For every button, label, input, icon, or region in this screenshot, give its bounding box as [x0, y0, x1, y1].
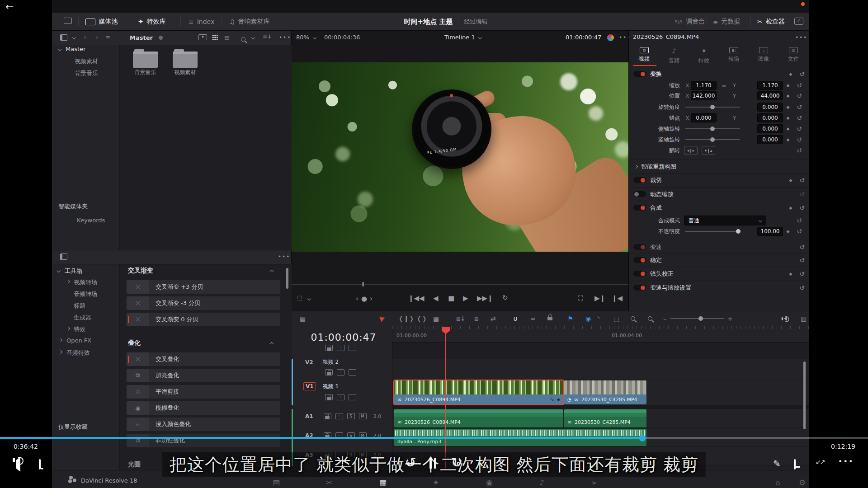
play-from-start-icon[interactable]: ❙◀ — [612, 294, 623, 302]
play-reverse-button[interactable]: ◀ — [433, 294, 439, 302]
track-header-v1[interactable]: V1 视频 1 — [303, 382, 339, 390]
tab-audio[interactable]: ♪音频 — [660, 45, 688, 65]
playhead-line[interactable] — [445, 328, 446, 469]
play-to-end-icon[interactable]: ▶❙ — [594, 294, 605, 302]
pitch-slider[interactable] — [685, 128, 740, 129]
keyframe-diamond-icon[interactable]: ◆ — [783, 116, 793, 120]
video-preview[interactable]: FE 1.4/50 GM — [292, 62, 628, 252]
tab-transition[interactable]: ◧转场 — [720, 45, 748, 65]
anchor-x-field[interactable]: 0.000 — [691, 113, 717, 122]
transition-item[interactable]: ⤫ 交叉渐变 -3 分贝 — [127, 296, 280, 310]
monitor-icon[interactable] — [64, 18, 72, 24]
rotation-slider[interactable] — [685, 107, 740, 108]
sidebar-toggle-icon[interactable] — [60, 34, 67, 41]
tree-item-keywords[interactable]: Keywords — [77, 217, 105, 224]
sort-icon[interactable]: ≡↓ — [263, 33, 272, 40]
transition-item[interactable]: ⤫ 平滑剪接 — [127, 385, 280, 399]
mute-button[interactable]: M — [359, 413, 367, 419]
relink-icon[interactable]: ∞ — [105, 33, 110, 40]
tree-item-audio-transitions[interactable]: 音频转场 — [74, 290, 97, 298]
link-icon[interactable]: ∞ — [717, 82, 731, 89]
page-deliver-icon[interactable]: ➢ — [591, 478, 597, 487]
tab-effects[interactable]: ✦特效 — [690, 45, 718, 65]
timeline-clip-v1-1[interactable]: ∞ 20230526_C0894.MP4 ∿ ◆ — [394, 380, 563, 404]
reset-icon[interactable]: ↺ — [796, 284, 808, 291]
transition-item[interactable]: ⤫ 交叉渐变 +3 分贝 — [127, 280, 280, 294]
razor-icon[interactable]: ▦ — [433, 311, 439, 326]
trim-edit-icon[interactable]: ❬❙❭ — [398, 311, 414, 326]
settings-gear-icon[interactable]: ⚙ — [799, 478, 806, 487]
flag-icon[interactable]: ⚑ — [567, 311, 573, 326]
audio-monitor-icon[interactable] — [783, 311, 788, 326]
keyframe-icon[interactable]: ◆ — [557, 397, 560, 402]
tree-item-toolbox[interactable]: 工具箱 — [65, 267, 82, 275]
keyframe-diamond-icon[interactable]: ◆ — [783, 229, 793, 234]
player-edit-pencil-icon[interactable]: ✎ — [773, 458, 781, 469]
card-view-icon[interactable]: ▪ — [198, 34, 207, 40]
timeline-clip-v1-2[interactable]: ◔ ∞ 20230530_C4285.MP4 — [564, 380, 646, 404]
track-header-a1[interactable]: A1 ◦ S M 2.0 — [305, 413, 381, 419]
smart-reframe-section[interactable]: 智能重新构图 — [628, 160, 808, 173]
reset-icon[interactable]: ↺ — [796, 204, 808, 211]
dynamic-trim-icon[interactable]: ❬❭ — [416, 311, 427, 326]
player-more-icon[interactable]: ••• — [838, 457, 854, 466]
tree-item-generators[interactable]: 生成器 — [74, 314, 91, 322]
keyframe-diamond-icon[interactable]: ◆ — [783, 105, 793, 109]
tab-file[interactable]: ▤文件 — [779, 45, 807, 65]
player-shrink-icon[interactable]: ↙↗ — [816, 458, 824, 465]
timeline-scrollbar[interactable] — [803, 361, 806, 429]
tree-item-video-material[interactable]: 视频素材 — [75, 57, 98, 66]
opacity-field[interactable]: 100.00 — [757, 227, 783, 236]
link-clips-icon[interactable]: ∞ — [530, 311, 536, 326]
viewer-scrub-bar[interactable] — [292, 284, 628, 285]
page-media-icon[interactable]: ▤ — [273, 478, 280, 487]
reset-icon[interactable]: ↺ — [793, 228, 806, 235]
first-frame-button[interactable]: ❙◀◀ — [408, 294, 425, 302]
lock-icon[interactable] — [325, 369, 333, 375]
frame-view-icon[interactable] — [349, 394, 356, 400]
page-fairlight-icon[interactable]: ♪ — [539, 478, 544, 487]
skip-back-10-button[interactable]: ↺ 10 — [401, 454, 420, 474]
tree-item-bgm[interactable]: 背景音乐 — [75, 69, 98, 77]
solo-button[interactable]: S — [347, 413, 355, 419]
skip-forward-30-button[interactable]: ↻ 30 — [447, 454, 467, 474]
reset-icon[interactable]: ↺ — [796, 257, 808, 264]
player-back-icon[interactable]: ← — [5, 1, 14, 12]
flip-horizontal-button[interactable]: ◂❙▸ — [684, 146, 698, 155]
page-color-icon[interactable]: ◉ — [486, 478, 493, 487]
player-progress-bar[interactable] — [0, 437, 868, 439]
lock-icon[interactable] — [325, 345, 333, 351]
reset-icon[interactable]: ↺ — [793, 92, 806, 99]
timeline-ruler[interactable] — [392, 326, 809, 343]
page-cut-icon[interactable]: ✂ — [326, 478, 332, 487]
last-frame-button[interactable]: ▶▶❙ — [477, 294, 493, 302]
transition-item[interactable]: ◉ 模糊叠化 — [127, 401, 280, 415]
index-button[interactable]: ≡ Index — [189, 13, 214, 31]
keyframe-diamond-icon[interactable]: ◆ — [783, 127, 793, 131]
reset-icon[interactable]: ↺ — [793, 103, 806, 111]
track-header-v2[interactable]: V2 视频 2 — [305, 358, 339, 366]
player-comment-icon[interactable] — [39, 460, 41, 469]
auto-select-icon[interactable]: ◦ — [335, 413, 343, 419]
tab-image[interactable]: ▵图像 — [750, 45, 778, 65]
keyframe-diamond-icon[interactable]: ◆ — [786, 178, 796, 183]
tree-item-video-transitions[interactable]: 视频转场 — [74, 278, 97, 286]
stabilization-toggle[interactable] — [633, 257, 646, 263]
curve-icon[interactable]: ∿ — [550, 397, 554, 403]
flip-vertical-button[interactable]: ▾❙▴ — [702, 146, 715, 155]
reset-icon[interactable]: ↺ — [793, 136, 806, 143]
timeline-panel-icon[interactable]: ▥ — [801, 311, 807, 326]
tree-item-titles[interactable]: 标题 — [74, 302, 85, 310]
collapse-icon[interactable] — [270, 270, 274, 273]
insert-clip-icon[interactable]: ⧈↓ — [456, 311, 466, 326]
checkbox-panel-icon[interactable]: ✓ — [794, 18, 803, 25]
stop-button[interactable]: ■ — [448, 294, 454, 302]
page-fusion-icon[interactable]: ✦ — [433, 478, 439, 487]
effects-sidebar-icon[interactable] — [60, 253, 67, 260]
transition-item[interactable]: ⤫ 交叉渐变 0 分贝 — [127, 313, 280, 326]
auto-select-icon[interactable]: ◦ — [337, 345, 344, 351]
viewer-zoom-level[interactable]: 80% — [296, 34, 309, 41]
keyframe-diamond-icon[interactable]: ◆ — [786, 272, 796, 276]
keyframe-diamond-icon[interactable]: ◆ — [783, 94, 793, 98]
play-button[interactable]: ▶ — [463, 294, 468, 302]
